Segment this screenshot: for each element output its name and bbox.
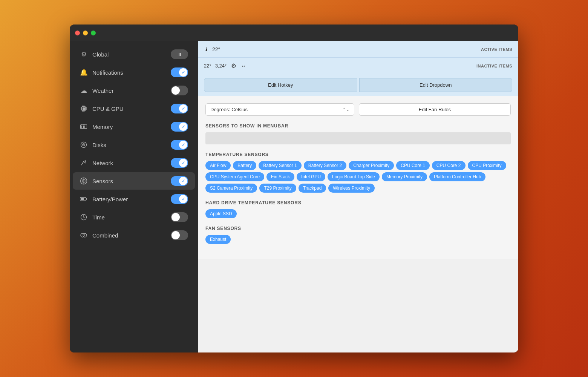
select-arrow-icon: ⌃⌄ [343,107,349,112]
toggle-thumb [172,86,180,95]
temperature-tag[interactable]: Trackpad [299,184,326,193]
inactive-items-row: 22° 3,24° ⚙ ↔ INACTIVE ITEMS [198,58,518,74]
active-temp-value: 22° [212,46,220,52]
temperature-tag[interactable]: Memory Proximity [382,172,427,181]
temperature-tag[interactable]: Logic Board Top Side [328,172,380,181]
sensors-show-title: SENSORS TO SHOW IN MENUBAR [205,123,511,129]
inactive-value1: 22° [204,63,211,69]
svg-rect-17 [84,126,85,128]
sidebar: ⚙ Global ⏸ 🔔 Notifications ☁ Weather [70,41,198,352]
toggle-thumb [179,177,187,185]
svg-point-49 [83,233,87,237]
temperature-tag[interactable]: Charger Proximity [349,161,394,170]
sidebar-item-combined[interactable]: Combined [73,227,195,244]
temperature-sensors-section: TEMPERATURE SENSORS Air FlowBatteryBatte… [205,152,511,193]
temperature-tag[interactable]: CPU System Agent Core [205,172,264,181]
temperature-tag[interactable]: Battery Sensor 1 [259,161,301,170]
degrees-select[interactable]: Degrees: Celsius ⌃⌄ [205,103,354,116]
fan-tag[interactable]: Exhaust [205,235,231,244]
temperature-tag[interactable]: Battery Sensor 2 [304,161,346,170]
global-pause-button[interactable]: ⏸ [171,49,188,59]
svg-rect-41 [81,198,84,200]
sidebar-label-battery-power: Battery/Power [92,196,166,202]
cloud-icon: ☁ [80,86,88,95]
sensors-toggle[interactable] [171,176,188,186]
network-icon [80,159,88,167]
combined-icon [80,231,88,239]
notifications-toggle[interactable] [171,67,188,77]
temperature-tag[interactable]: Fin Stack [266,172,294,181]
sidebar-label-notifications: Notifications [92,69,166,76]
sidebar-item-battery-power[interactable]: Battery/Power [73,190,195,208]
edit-dropdown-button[interactable]: Edit Dropdown [359,78,513,92]
disks-toggle[interactable] [171,140,188,150]
sidebar-label-combined: Combined [92,232,166,239]
temperature-tag[interactable]: CPU Core 2 [432,161,466,170]
memory-toggle[interactable] [171,122,188,132]
svg-point-26 [83,144,84,145]
sidebar-item-sensors[interactable]: Sensors [73,172,195,190]
active-preview-content: 🌡 22° [204,46,478,52]
sidebar-item-weather[interactable]: ☁ Weather [73,82,195,99]
degrees-fan-row: Degrees: Celsius ⌃⌄ Edit Fan Rules [205,103,511,116]
sidebar-item-memory[interactable]: Memory [73,118,195,135]
sidebar-label-sensors: Sensors [92,178,166,184]
minimize-button[interactable] [83,31,88,35]
toggle-thumb [179,141,187,149]
network-toggle[interactable] [171,158,188,168]
sidebar-item-disks[interactable]: Disks [73,136,195,153]
fan-sensors-section: FAN SENSORS Exhaust [205,226,511,244]
temperature-tag[interactable]: Battery [233,161,256,170]
temperature-tag[interactable]: Intel GPU [297,172,325,181]
sidebar-label-time: Time [92,214,166,221]
fan-rules-button[interactable]: Edit Fan Rules [359,103,511,116]
toggle-thumb [172,213,180,221]
temperature-tag[interactable]: CPU Proximity [468,161,506,170]
sidebar-label-network: Network [92,160,166,166]
hard-drive-tag[interactable]: Apple SSD [205,209,237,218]
toggle-thumb [179,195,187,203]
sidebar-label-cpu-gpu: CPU & GPU [92,106,166,112]
hard-drive-tags: Apple SSD [205,209,511,218]
svg-point-48 [81,233,84,237]
combined-toggle[interactable] [171,230,188,240]
temperature-section-title: TEMPERATURE SENSORS [205,152,511,157]
active-items-label: ACTIVE ITEMS [481,47,512,52]
temperature-tag[interactable]: T29 Proximity [259,184,296,193]
weather-toggle[interactable] [171,86,188,95]
battery-icon [80,195,88,203]
temperature-tag[interactable]: Wireless Proximity [328,184,375,193]
edit-hotkey-button[interactable]: Edit Hotkey [204,78,357,92]
disk-icon [80,141,88,149]
sidebar-item-notifications[interactable]: 🔔 Notifications [73,64,195,81]
sidebar-item-time[interactable]: Time [73,208,195,226]
sidebar-label-global: Global [92,51,166,58]
svg-point-31 [83,181,84,182]
toggle-thumb [179,159,187,167]
sensors-show-bar [205,132,511,144]
close-button[interactable] [75,31,80,35]
memory-icon [80,123,88,131]
temperature-tag[interactable]: Air Flow [205,161,231,170]
toggle-thumb [172,231,180,239]
battery-toggle[interactable] [171,194,188,204]
temperature-tag[interactable]: S2 Camera Proximity [205,184,257,193]
main-panel: 🌡 22° ACTIVE ITEMS 22° 3,24° ⚙ ↔ INACTIV… [198,41,518,352]
fullscreen-button[interactable] [91,31,96,35]
sidebar-item-global[interactable]: ⚙ Global ⏸ [73,46,195,63]
cpu-gpu-toggle[interactable] [171,104,188,113]
time-toggle[interactable] [171,212,188,222]
svg-line-27 [81,161,84,165]
pause-icon: ⏸ [178,52,182,57]
toggle-thumb [179,104,187,113]
sidebar-item-network[interactable]: Network [73,154,195,172]
gear-icon-small: ⚙ [231,62,236,69]
settings-area: Degrees: Celsius ⌃⌄ Edit Fan Rules SENSO… [198,96,518,259]
titlebar [70,25,518,41]
inactive-value2: 3,24° [215,63,227,69]
active-items-row: 🌡 22° ACTIVE ITEMS [198,41,518,58]
edit-buttons-row: Edit Hotkey Edit Dropdown [198,74,518,96]
sidebar-item-cpu-gpu[interactable]: CPU & GPU [73,100,195,117]
temperature-tag[interactable]: Platform Controller Hub [429,172,485,181]
temperature-tag[interactable]: CPU Core 1 [396,161,430,170]
